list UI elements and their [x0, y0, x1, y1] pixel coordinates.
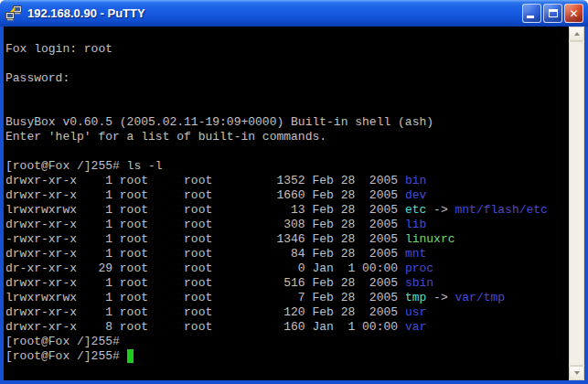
scrollbar-thumb[interactable] [569, 41, 584, 366]
terminal-line: [root@Fox /]255# [5, 349, 569, 364]
terminal-line: dr-xr-xr-x 29 root root 0 Jan 1 00:00 pr… [5, 261, 569, 276]
terminal-line: lrwxrwxrwx 1 root root 7 Feb 28 2005 tmp… [5, 291, 569, 305]
terminal-text: drwxr-xr-x 1 root root 1660 Feb 28 2005 [5, 188, 405, 202]
terminal-line: [root@Fox /]255# ls -l [5, 159, 569, 174]
close-button[interactable]: ✕ [564, 4, 583, 23]
scroll-down-button[interactable] [569, 366, 584, 380]
terminal-line: lrwxrwxrwx 1 root root 13 Feb 28 2005 et… [5, 203, 569, 218]
terminal-line: drwxr-xr-x 1 root root 516 Feb 28 2005 s… [5, 276, 569, 291]
filename-link: tmp [405, 291, 426, 304]
terminal-text: lrwxrwxrwx 1 root root 7 Feb 28 2005 [5, 291, 405, 304]
terminal-text: -> [426, 203, 454, 217]
putty-window: 192.168.0.90 - PuTTY ✕ Fox login: rootPa… [0, 0, 588, 384]
terminal-line: Password: [5, 71, 569, 86]
terminal-text: [root@Fox /]255# ls -l [5, 159, 163, 173]
filename-dir: bin [405, 174, 426, 187]
terminal-text: -> [426, 291, 454, 304]
terminal-line: drwxr-xr-x 1 root root 84 Feb 28 2005 mn… [5, 247, 569, 261]
terminal-text: -rwxr-xr-x 1 root root 1346 Feb 28 2005 [5, 232, 405, 246]
terminal-line: Enter 'help' for a list of built-in comm… [5, 130, 569, 144]
minimize-icon [527, 16, 534, 18]
filename-dir: lib [405, 218, 426, 231]
terminal-text: drwxr-xr-x 1 root root 308 Feb 28 2005 [5, 218, 405, 231]
terminal-line: Fox login: root [5, 42, 569, 57]
chevron-down-icon [574, 371, 580, 375]
terminal-line [5, 144, 569, 159]
terminal-cursor [127, 349, 134, 363]
window-body: Fox login: rootPassword:BusyBox v0.60.5 … [0, 27, 588, 384]
terminal-text: lrwxrwxrwx 1 root root 13 Feb 28 2005 [5, 203, 405, 217]
terminal-line: drwxr-xr-x 8 root root 160 Jan 1 00:00 v… [5, 320, 569, 335]
terminal-text: BusyBox v0.60.5 (2005.02.11-19:09+0000) … [5, 115, 433, 129]
scrollbar[interactable] [569, 27, 584, 380]
filename-dir: var/tmp [455, 291, 506, 304]
terminal-text: Fox login: root [5, 42, 112, 56]
terminal-text: Password: [5, 71, 69, 85]
terminal-line: [root@Fox /]255# [5, 335, 569, 349]
minimize-button[interactable] [522, 4, 541, 23]
filename-dir: sbin [405, 276, 433, 290]
filename-dir: proc [405, 261, 433, 275]
terminal-line: drwxr-xr-x 1 root root 1352 Feb 28 2005 … [5, 174, 569, 188]
terminal-text: dr-xr-xr-x 29 root root 0 Jan 1 00:00 [5, 261, 405, 275]
terminal-line [5, 27, 569, 42]
terminal-text: Enter 'help' for a list of built-in comm… [5, 130, 326, 144]
maximize-button[interactable] [543, 4, 562, 23]
terminal-line: -rwxr-xr-x 1 root root 1346 Feb 28 2005 … [5, 232, 569, 247]
terminal-line: drwxr-xr-x 1 root root 308 Feb 28 2005 l… [5, 218, 569, 232]
terminal-text: drwxr-xr-x 1 root root 516 Feb 28 2005 [5, 276, 405, 290]
terminal-line [5, 101, 569, 115]
terminal-text: drwxr-xr-x 1 root root 1352 Feb 28 2005 [5, 174, 405, 187]
terminal-line: drwxr-xr-x 1 root root 120 Feb 28 2005 u… [5, 305, 569, 320]
filename-dir: usr [405, 305, 426, 319]
filename-dir: var [405, 320, 426, 334]
terminal-line: drwxr-xr-x 1 root root 1660 Feb 28 2005 … [5, 188, 569, 203]
window-controls: ✕ [522, 4, 583, 23]
putty-app-icon [5, 5, 23, 22]
chevron-up-icon [574, 32, 580, 36]
filename-exec: linuxrc [405, 232, 455, 246]
close-icon: ✕ [569, 8, 578, 19]
terminal-text: drwxr-xr-x 8 root root 160 Jan 1 00:00 [5, 320, 405, 334]
filename-dir: mnt/flash/etc [455, 203, 548, 217]
terminal-text: drwxr-xr-x 1 root root 84 Feb 28 2005 [5, 247, 405, 261]
filename-dir: dev [405, 188, 426, 202]
scroll-up-button[interactable] [569, 27, 584, 41]
terminal-line: BusyBox v0.60.5 (2005.02.11-19:09+0000) … [5, 115, 569, 130]
terminal-text: [root@Fox /]255# [5, 335, 120, 348]
terminal-text: [root@Fox /]255# [5, 349, 127, 363]
terminal-line [5, 57, 569, 71]
terminal-screen[interactable]: Fox login: rootPassword:BusyBox v0.60.5 … [4, 27, 569, 380]
scrollbar-track[interactable] [569, 41, 584, 366]
filename-link: etc [405, 203, 426, 217]
terminal-line [5, 86, 569, 101]
filename-dir: mnt [405, 247, 426, 261]
maximize-icon [549, 9, 558, 17]
terminal-text: drwxr-xr-x 1 root root 120 Feb 28 2005 [5, 305, 405, 319]
two-computers-lightning-icon [5, 5, 22, 21]
window-title: 192.168.0.90 - PuTTY [27, 6, 522, 20]
titlebar[interactable]: 192.168.0.90 - PuTTY ✕ [0, 0, 588, 27]
